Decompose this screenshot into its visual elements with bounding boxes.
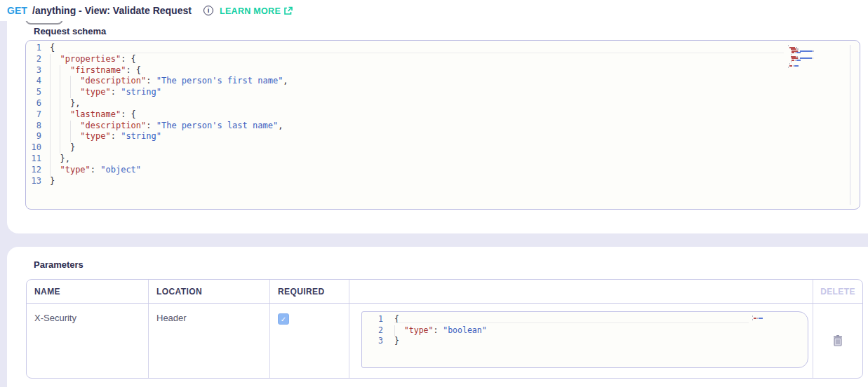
code-line: 1{ [362,314,808,325]
code-line: 6 }, [26,98,860,109]
column-header-location: LOCATION [149,280,270,303]
parameters-label: Parameters [34,259,84,270]
param-schema-cell: 1{2 "type": "boolean"3} [349,304,813,378]
line-number: 9 [26,131,41,142]
param-delete-cell [813,304,862,378]
http-method-badge: GET [7,5,27,16]
code-line: 2 "type": "boolean" [362,325,808,337]
line-number: 10 [26,142,41,154]
param-location-cell: Header [149,304,270,378]
column-header-name: NAME [27,280,149,303]
line-number: 8 [26,121,41,132]
code-line: 5 "type": "string" [26,87,860,98]
required-checkbox[interactable]: ✓ [278,313,289,325]
info-icon[interactable]: i [203,6,213,15]
parameters-card: Parameters NAME LOCATION REQUIRED DELETE… [7,247,868,387]
line-number: 3 [26,65,41,76]
line-number: 12 [26,165,41,176]
line-number: 2 [26,54,41,65]
code-line: 8 "description": "The person's last name… [26,121,860,132]
parameters-table: NAME LOCATION REQUIRED DELETE X-Security… [26,279,863,379]
indent-guide [70,121,71,143]
indent-guide [60,65,60,154]
editor-minimap [788,43,817,67]
code-line: 3} [362,336,808,347]
column-header-required: REQUIRED [270,280,349,303]
editor-decoration-line [68,53,784,53]
column-header-schema [349,280,813,303]
request-schema-card: Request schema 1{2 "properties": {3 "fir… [7,21,868,233]
line-number: 5 [26,87,41,98]
endpoint-title: /anything - View: Validate Request [32,5,192,16]
code-line: 9 "type": "string" [26,131,860,142]
code-line: 3 "firstname": { [26,65,860,76]
line-number: 3 [362,336,383,347]
editor-scrollbar[interactable] [850,45,850,205]
table-row: X-Security Header ✓ 1{2 "type": "boolean… [27,304,862,378]
code-line: 2 "properties": { [26,54,860,65]
line-number: 4 [26,76,41,87]
line-number: 13 [26,176,41,187]
line-number: 2 [362,325,383,337]
endpoint-header: GET /anything - View: Validate Request i… [0,0,868,21]
indent-guide [394,325,395,337]
learn-more-link[interactable]: LEARN MORE [220,6,281,16]
param-required-cell: ✓ [270,304,349,378]
code-line: 4 "description": "The person's first nam… [26,76,860,87]
request-schema-editor[interactable]: 1{2 "properties": {3 "firstname": {4 "de… [25,40,860,210]
indent-guide [70,76,71,98]
external-link-icon[interactable] [283,6,293,18]
column-header-delete: DELETE [813,280,862,303]
delete-trash-icon[interactable] [831,333,845,348]
param-name-cell: X-Security [27,304,149,378]
request-schema-label: Request schema [34,26,106,36]
parameters-table-header: NAME LOCATION REQUIRED DELETE [27,280,862,304]
code-line: 11 }, [26,154,860,165]
line-number: 11 [26,154,41,165]
code-line: 13} [26,176,860,187]
editor-decoration-line [394,322,749,323]
code-line: 12 "type": "object" [26,165,860,176]
line-number: 1 [26,43,41,54]
line-number: 1 [362,314,383,325]
indent-guide [50,54,51,176]
param-schema-editor[interactable]: 1{2 "type": "boolean"3} [361,311,808,368]
code-line: 7 "lastname": { [26,109,860,121]
line-number: 7 [26,109,41,121]
line-number: 6 [26,98,41,109]
editor-minimap [752,314,794,320]
code-line: 10 } [26,142,860,154]
